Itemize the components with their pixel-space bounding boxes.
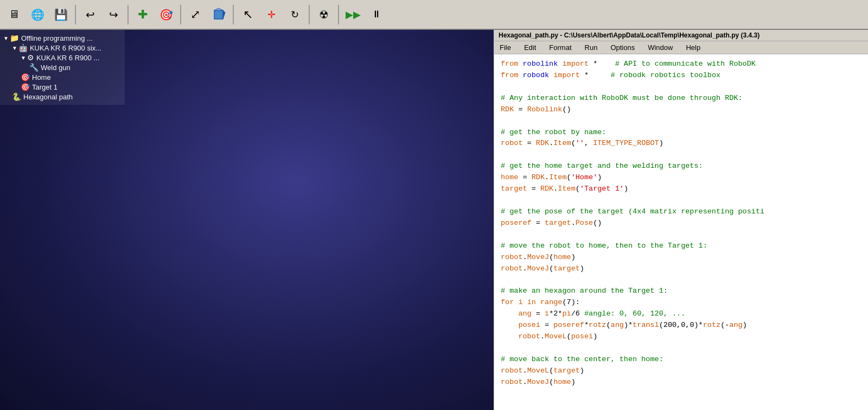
rotate-button[interactable]: ↻ [284, 4, 305, 26]
editor-menubar: File Edit Format Run Options Window Help [494, 41, 868, 54]
code-line-blank6 [501, 275, 861, 286]
radiation-button[interactable]: ☢ [313, 4, 335, 26]
code-line-22: for i in range(7): [501, 297, 861, 308]
main-area: ▼ 📁 Offline programming ... ▼ 🤖 KUKA KR … [0, 30, 868, 410]
svg-marker-0 [214, 10, 223, 19]
target1-icon: 🎯 [21, 83, 30, 91]
weld-gun-icon: 🔧 [29, 63, 39, 72]
code-line-blank5 [501, 229, 861, 241]
tree-item-offline[interactable]: ▼ 📁 Offline programming ... [3, 33, 122, 43]
code-line-21: # make an hexagon around the Target 1: [501, 286, 861, 297]
code-line-10: # get the home target and the welding ta… [501, 161, 861, 172]
code-line-blank4 [501, 195, 861, 206]
code-line-18: robot.MoveJ(home) [501, 252, 861, 263]
code-line-15: poseref = target.Pose() [501, 218, 861, 229]
code-line-24: posei = poseref*rotz(ang)*transl(200,0,0… [501, 320, 861, 331]
save-button[interactable]: 💾 [50, 4, 72, 26]
redo-button[interactable]: ↪ [103, 4, 124, 26]
home-target-icon: 🎯 [21, 73, 30, 81]
separator-3 [180, 5, 181, 24]
python-icon: 🐍 [12, 92, 21, 101]
target-button[interactable]: 🎯 [155, 4, 177, 26]
cube-button[interactable] [208, 4, 229, 26]
editor-title: Hexagonal_path.py - C:\Users\Albert\AppD… [494, 30, 868, 41]
scene-tree: ▼ 📁 Offline programming ... ▼ 🤖 KUKA KR … [0, 30, 125, 105]
robodk-viewport-panel: ▼ 📁 Offline programming ... ▼ 🤖 KUKA KR … [0, 30, 494, 410]
add-reference-button[interactable]: ✚ [132, 4, 154, 26]
svg-marker-1 [214, 8, 223, 10]
monitor-button[interactable]: 🖥 [3, 4, 25, 26]
arrow-offline: ▼ [3, 35, 9, 41]
code-line-11: home = RDK.Item('Home') [501, 172, 861, 184]
code-line-29: robot.MoveJ(home) [501, 377, 861, 388]
tree-label-hexpath: Hexagonal path [23, 93, 73, 101]
tree-item-kuka-robot[interactable]: ▼ 🤖 KUKA KR 6 R900 six... [3, 43, 122, 53]
tree-item-hexpath[interactable]: 🐍 Hexagonal path [3, 92, 122, 102]
code-line-25: robot.MoveL(posei) [501, 331, 861, 343]
code-line-17: # move the robot to home, then to the Ta… [501, 241, 861, 252]
code-content[interactable]: from robolink import * # API to communic… [494, 54, 868, 410]
code-line-14: # get the pose of the target (4x4 matrix… [501, 206, 861, 218]
move-button[interactable]: ✛ [260, 4, 282, 26]
svg-marker-2 [223, 10, 225, 19]
undo-button[interactable]: ↩ [79, 4, 101, 26]
tree-item-kuka-model[interactable]: ▼ ⚙ KUKA KR 6 R900 ... [3, 53, 122, 62]
menu-run[interactable]: Run [582, 42, 601, 53]
tree-item-target1[interactable]: 🎯 Target 1 [3, 82, 122, 92]
menu-file[interactable]: File [496, 42, 514, 53]
menu-help[interactable]: Help [682, 42, 704, 53]
play-fast-button[interactable]: ▶▶ [342, 4, 364, 26]
code-line-19: robot.MoveJ(target) [501, 263, 861, 275]
tree-label-kuka-model: KUKA KR 6 R900 ... [36, 54, 99, 62]
separator-2 [127, 5, 129, 24]
code-line-blank7 [501, 343, 861, 354]
tree-label-home: Home [32, 73, 51, 81]
tree-label-target1: Target 1 [32, 83, 58, 91]
tree-item-weld-gun[interactable]: 🔧 Weld gun [3, 62, 122, 72]
code-line-blank2 [501, 116, 861, 127]
tree-label-weld-gun: Weld gun [41, 64, 71, 72]
gear-icon: ⚙ [27, 53, 34, 62]
code-line-8: robot = RDK.Item('', ITEM_TYPE_ROBOT) [501, 138, 861, 149]
menu-options[interactable]: Options [607, 42, 638, 53]
fullscreen-button[interactable]: ⤢ [184, 4, 206, 26]
code-line-4: # Any interaction with RoboDK must be do… [501, 93, 861, 104]
menu-format[interactable]: Format [546, 42, 575, 53]
code-line-blank3 [501, 149, 861, 161]
menu-edit[interactable]: Edit [521, 42, 539, 53]
separator-6 [338, 5, 339, 24]
tree-label-kuka: KUKA KR 6 R900 six... [30, 44, 101, 52]
arrow-kuka: ▼ [12, 45, 17, 51]
robot-icon: 🤖 [18, 43, 28, 52]
main-toolbar: 🖥 🌐 💾 ↩ ↪ ✚ 🎯 ⤢ ↖ ✛ ↻ ☢ ▶▶ ⏸ [0, 0, 868, 30]
pause-button[interactable]: ⏸ [366, 4, 387, 26]
separator-1 [75, 5, 76, 24]
code-line-12: target = RDK.Item('Target 1') [501, 184, 861, 195]
code-line-2: from robodk import * # robodk robotics t… [501, 70, 861, 81]
menu-window[interactable]: Window [644, 42, 676, 53]
code-line-7: # get the robot by name: [501, 127, 861, 138]
arrow-kuka-model: ▼ [21, 55, 26, 61]
select-arrow-button[interactable]: ↖ [237, 4, 259, 26]
folder-icon: 📁 [10, 34, 19, 42]
code-line-blank1 [501, 81, 861, 93]
code-line-28: robot.MoveL(target) [501, 365, 861, 377]
separator-4 [233, 5, 234, 24]
code-editor-panel: Hexagonal_path.py - C:\Users\Albert\AppD… [494, 30, 868, 410]
code-line-5: RDK = Robolink() [501, 104, 861, 116]
separator-5 [309, 5, 310, 24]
tree-label-offline: Offline programming ... [21, 34, 93, 42]
tree-item-home[interactable]: 🎯 Home [3, 72, 122, 82]
globe-button[interactable]: 🌐 [27, 4, 48, 26]
editor-title-text: Hexagonal_path.py - C:\Users\Albert\AppD… [499, 31, 760, 39]
code-line-1: from robolink import * # API to communic… [501, 59, 861, 70]
code-line-27: # move back to the center, then home: [501, 354, 861, 365]
code-line-23: ang = i*2*pi/6 #angle: 0, 60, 120, ... [501, 308, 861, 320]
